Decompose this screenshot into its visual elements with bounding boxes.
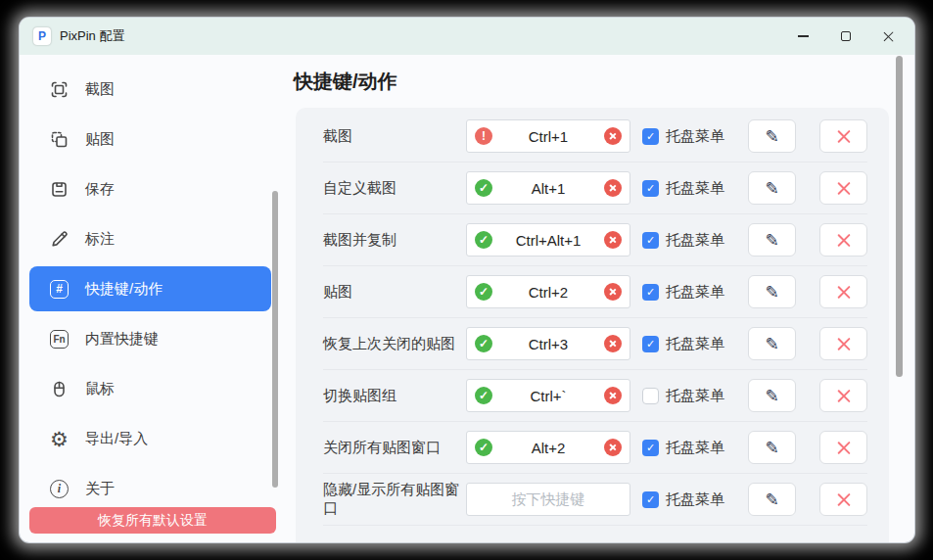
sidebar: 截图 贴图 保存 标注 # 快捷键/动作 Fn 内置快捷键 鼠标 ⚙ 导出/导入	[20, 55, 284, 542]
tray-checkbox[interactable]: ✓	[642, 232, 659, 249]
reset-defaults-button[interactable]: 恢复所有默认设置	[29, 507, 276, 534]
sidebar-item-label: 标注	[85, 230, 115, 249]
hotkey-value: Ctrl+Alt+1	[516, 232, 582, 249]
sidebar-item-5[interactable]: Fn 内置快捷键	[29, 316, 271, 361]
tray-checkbox[interactable]: ✓	[642, 180, 659, 197]
clear-hotkey-icon[interactable]	[604, 179, 622, 197]
delete-row-button[interactable]	[819, 379, 867, 412]
clear-hotkey-icon[interactable]	[604, 231, 622, 249]
hotkey-input[interactable]: ✓ Alt+1	[466, 171, 630, 205]
pencil-icon: ✎	[765, 388, 778, 404]
sidebar-item-label: 鼠标	[85, 380, 115, 398]
edit-hotkey-button[interactable]: ✎	[748, 327, 796, 360]
hotkey-input[interactable]: ✓ Alt+2	[466, 431, 630, 464]
pencil-icon: ✎	[765, 336, 778, 352]
action-label: 关闭所有贴图窗口	[323, 439, 466, 457]
save-icon	[49, 179, 70, 200]
clear-hotkey-icon[interactable]	[604, 127, 622, 145]
minimize-button[interactable]	[781, 18, 824, 55]
tray-label: 托盘菜单	[666, 127, 724, 146]
sidebar-item-7[interactable]: ⚙ 导出/导入	[29, 416, 271, 461]
window-body: 截图 贴图 保存 标注 # 快捷键/动作 Fn 内置快捷键 鼠标 ⚙ 导出/导入	[20, 55, 914, 542]
hotkey-input[interactable]: ! Ctrl+1	[466, 119, 630, 153]
sidebar-item-1[interactable]: 贴图	[29, 117, 271, 162]
sidebar-item-label: 快捷键/动作	[85, 280, 163, 299]
hotkey-input[interactable]: 按下快捷键	[466, 483, 630, 516]
clear-hotkey-icon[interactable]	[604, 387, 622, 404]
mouse-icon	[49, 379, 70, 399]
hotkey-row: 截图 ! Ctrl+1 ✓ 托盘菜单 ✎	[323, 111, 867, 163]
sidebar-item-label: 导出/导入	[85, 430, 148, 448]
delete-x-icon	[835, 336, 852, 352]
page-title: 快捷键/动作	[294, 69, 397, 95]
tray-menu-option: ✓ 托盘菜单	[642, 283, 724, 302]
edit-hotkey-button[interactable]: ✎	[748, 379, 796, 412]
clear-hotkey-icon[interactable]	[604, 439, 622, 456]
sidebar-item-3[interactable]: 标注	[29, 216, 271, 261]
delete-row-button[interactable]	[819, 275, 867, 308]
delete-row-button[interactable]	[819, 119, 867, 153]
edit-hotkey-button[interactable]: ✎	[748, 171, 796, 205]
sidebar-item-6[interactable]: 鼠标	[29, 366, 271, 411]
sidebar-item-8[interactable]: i 关于	[29, 466, 271, 511]
close-icon	[883, 30, 896, 43]
edit-hotkey-button[interactable]: ✎	[748, 431, 796, 464]
minimize-icon	[798, 35, 809, 36]
edit-hotkey-button[interactable]: ✎	[748, 275, 796, 308]
clear-hotkey-icon[interactable]	[604, 335, 622, 352]
tray-checkbox[interactable]: ✓	[642, 491, 659, 508]
status-icon: ✓	[475, 335, 492, 352]
delete-row-button[interactable]	[819, 431, 867, 464]
pencil-icon: ✎	[765, 284, 778, 301]
sidebar-item-label: 截图	[85, 80, 115, 99]
fn-icon: Fn	[49, 329, 70, 350]
tray-checkbox[interactable]: ✓	[642, 440, 659, 456]
delete-row-button[interactable]	[819, 171, 867, 205]
tray-menu-option: ✓ 托盘菜单	[642, 127, 724, 146]
clear-hotkey-icon[interactable]	[604, 283, 622, 301]
sidebar-scrollbar[interactable]	[272, 191, 278, 488]
tray-menu-option: ✓ 托盘菜单	[642, 439, 724, 457]
edit-hotkey-button[interactable]: ✎	[748, 483, 796, 516]
delete-x-icon	[835, 388, 852, 404]
hotkey-row: 切换贴图组 ✓ Ctrl+` 托盘菜单 ✎	[323, 370, 867, 422]
action-label: 自定义截图	[323, 179, 466, 198]
tray-label: 托盘菜单	[666, 179, 724, 198]
sidebar-item-2[interactable]: 保存	[29, 166, 271, 211]
sidebar-item-0[interactable]: 截图	[29, 67, 271, 112]
status-icon: ✓	[475, 283, 492, 301]
tray-checkbox[interactable]: ✓	[642, 284, 659, 301]
sidebar-item-4[interactable]: # 快捷键/动作	[29, 266, 271, 311]
hotkey-value: Alt+1	[532, 180, 566, 197]
close-button[interactable]	[867, 18, 910, 55]
tray-menu-option: ✓ 托盘菜单	[642, 231, 724, 250]
hotkey-icon: #	[49, 279, 70, 300]
delete-row-button[interactable]	[819, 327, 867, 360]
app-logo-icon: P	[33, 27, 51, 45]
action-label: 恢复上次关闭的贴图	[323, 335, 466, 353]
content-scrollbar[interactable]	[896, 56, 903, 377]
hotkey-row: 贴图 ✓ Ctrl+2 ✓ 托盘菜单 ✎	[323, 266, 867, 318]
delete-x-icon	[835, 491, 852, 508]
hotkey-input[interactable]: ✓ Ctrl+Alt+1	[466, 223, 630, 257]
tray-menu-option: ✓ 托盘菜单	[642, 179, 724, 198]
tray-checkbox[interactable]: ✓	[642, 128, 659, 145]
pencil-icon: ✎	[765, 440, 778, 456]
delete-row-button[interactable]	[819, 223, 867, 257]
delete-row-button[interactable]	[819, 483, 867, 516]
pencil-icon: ✎	[765, 491, 778, 508]
delete-x-icon	[835, 128, 852, 145]
tray-label: 托盘菜单	[666, 439, 724, 457]
hotkey-input[interactable]: ✓ Ctrl+`	[466, 379, 630, 412]
sidebar-item-label: 关于	[85, 480, 115, 498]
titlebar: P PixPin 配置	[20, 18, 914, 55]
hotkey-input[interactable]: ✓ Ctrl+3	[466, 327, 630, 360]
hotkey-row: 恢复上次关闭的贴图 ✓ Ctrl+3 ✓ 托盘菜单 ✎	[323, 318, 867, 370]
edit-hotkey-button[interactable]: ✎	[748, 119, 796, 153]
maximize-button[interactable]	[824, 18, 867, 55]
edit-hotkey-button[interactable]: ✎	[748, 223, 796, 257]
status-icon: ✓	[475, 439, 492, 456]
hotkey-input[interactable]: ✓ Ctrl+2	[466, 275, 630, 308]
tray-checkbox[interactable]: ✓	[642, 336, 659, 352]
tray-checkbox[interactable]	[642, 388, 659, 404]
